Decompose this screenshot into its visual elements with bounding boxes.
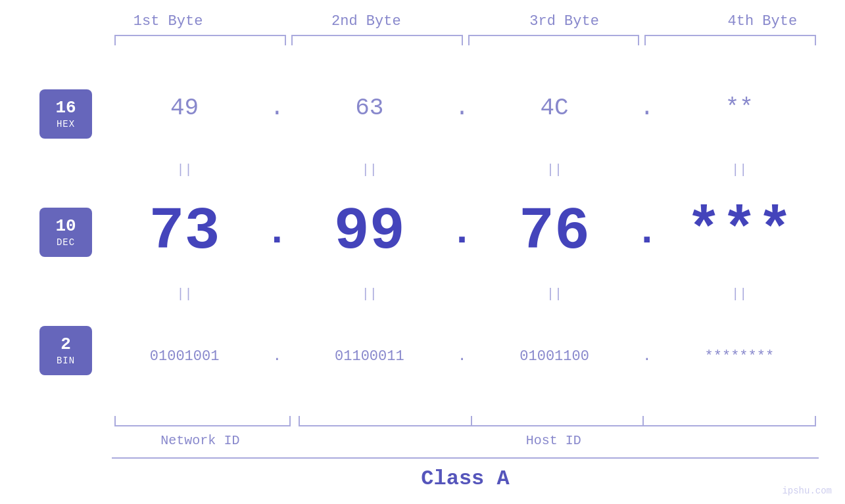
hex-b4: ** (725, 95, 754, 122)
eq2-b3: || (475, 286, 634, 302)
eq2-b1: || (105, 286, 264, 302)
bracket-b2 (291, 35, 463, 45)
dec-badge-label: DEC (57, 237, 75, 248)
top-brackets (112, 35, 819, 48)
main-content: 16 HEX 10 DEC 2 BIN 49 . 63 . 4C . ** (26, 55, 819, 409)
bin-b3: 01001100 (519, 348, 589, 365)
hex-b2: 63 (355, 95, 383, 122)
dec-badge-num: 10 (55, 216, 76, 237)
dec-b1: 73 (149, 198, 220, 265)
bracket-b3 (468, 35, 640, 45)
hex-badge: 16 HEX (39, 89, 92, 139)
hex-row: 49 . 63 . 4C . ** (105, 55, 819, 161)
bin-b1: 01001001 (150, 348, 220, 365)
eq1-b1: || (105, 162, 264, 177)
dec-dot2: . (450, 210, 473, 254)
hex-b1: 49 (170, 95, 199, 122)
byte2-header: 2nd Byte (267, 13, 465, 35)
bin-badge-label: BIN (57, 355, 75, 366)
eq2-b2: || (290, 286, 448, 302)
byte1-header: 1st Byte (69, 13, 267, 35)
main-container: 1st Byte 2nd Byte 3rd Byte 4th Byte 16 H… (0, 0, 845, 504)
host-id-label: Host ID (289, 433, 819, 448)
hex-b3: 4C (541, 95, 569, 122)
dec-b3: 76 (519, 198, 590, 265)
watermark: ipshu.com (782, 486, 832, 496)
labels-row: Network ID Host ID (112, 433, 819, 448)
hex-dot2: . (455, 95, 470, 122)
bracket-b1 (114, 35, 286, 45)
eq-row-2: || || || || (105, 285, 819, 303)
bin-badge-num: 2 (60, 334, 71, 355)
bottom-bracket-network (114, 416, 291, 426)
badges-column: 16 HEX 10 DEC 2 BIN (26, 55, 105, 409)
eq-row-1: || || || || (105, 161, 819, 179)
hex-dot1: . (270, 95, 284, 122)
bin-badge: 2 BIN (39, 326, 92, 375)
bottom-brackets (112, 416, 819, 429)
bottom-area: Network ID Host ID (112, 416, 819, 448)
values-grid: 49 . 63 . 4C . ** || || || || 73 (105, 55, 819, 409)
byte-headers: 1st Byte 2nd Byte 3rd Byte 4th Byte (69, 13, 845, 35)
dec-dot1: . (265, 210, 289, 254)
dec-badge: 10 DEC (39, 208, 92, 257)
dec-b2: 99 (334, 198, 405, 265)
byte3-header: 3rd Byte (466, 13, 664, 35)
eq2-b4: || (660, 286, 819, 302)
bin-b2: 01100011 (335, 348, 404, 365)
bin-dot3: . (642, 348, 651, 365)
eq1-b3: || (475, 162, 634, 177)
dec-dot3: . (635, 210, 659, 254)
eq1-b2: || (290, 162, 448, 177)
bin-row: 01001001 . 01100011 . 01001100 . *******… (105, 303, 819, 409)
dec-row: 73 . 99 . 76 . *** (105, 179, 819, 285)
bin-dot2: . (458, 348, 466, 365)
class-row: Class A (112, 457, 819, 491)
hex-badge-label: HEX (57, 119, 75, 129)
bin-dot1: . (273, 348, 281, 365)
bin-b4: ******** (705, 348, 775, 365)
byte4-header: 4th Byte (664, 13, 845, 35)
hex-badge-num: 16 (55, 98, 76, 118)
hex-dot3: . (640, 95, 654, 122)
network-id-label: Network ID (112, 433, 289, 448)
dec-b4: *** (686, 198, 792, 265)
class-label: Class A (421, 467, 509, 491)
bracket-b4 (644, 35, 816, 45)
eq1-b4: || (660, 162, 819, 177)
